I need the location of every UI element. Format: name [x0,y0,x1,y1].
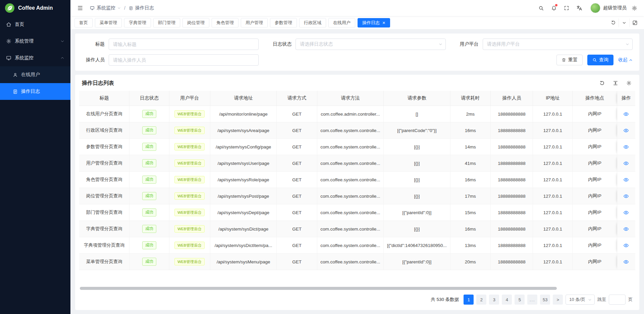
cell-params: [{}] [384,155,450,172]
cell-action [617,172,635,188]
page-button-2[interactable]: 2 [476,295,486,305]
cell-duration: 41ms [450,155,491,172]
menu-fold-icon[interactable] [75,3,85,13]
page-content: 标题 日志状态 请选择日志状态 用户平台 请选择用户平台 [70,29,644,314]
topbar-actions: 超级管理员 [536,3,639,13]
breadcrumb-parent[interactable]: 系统监控 [90,5,121,11]
tab-5[interactable]: 角色管理 [212,18,238,27]
eye-icon[interactable] [623,259,629,265]
status-tag: 成功 [142,126,156,134]
tab-10[interactable]: 操作日志× [358,18,390,27]
tab-close-icon[interactable]: × [382,20,385,25]
jump-suffix: 页 [628,297,633,303]
eye-icon[interactable] [623,128,629,133]
page-button-3[interactable]: 3 [489,295,499,305]
table-row: 菜单管理分页查询成功WEB管理后台/api/system/sysMenu/pag… [79,254,635,270]
reset-button[interactable]: 重置 [556,55,583,65]
eye-icon[interactable] [623,111,629,117]
avatar[interactable] [590,3,600,13]
search-button-label: 查询 [599,57,608,63]
breadcrumb-current: 操作日志 [129,5,154,11]
table-row: 用户管理分页查询成功WEB管理后台/api/system/sysUser/pag… [79,155,635,172]
cell-status: 成功 [129,204,169,221]
title-input[interactable] [109,39,259,50]
operator-input[interactable] [109,54,259,66]
page-button-1[interactable]: 1 [464,295,474,305]
eye-icon[interactable] [623,161,629,166]
tab-0[interactable]: 首页 [74,18,93,27]
cell-handler: com.coffee.system.controlle... [317,122,384,139]
page-ellipsis[interactable]: ... [527,295,537,305]
collapse-filter-button[interactable]: 收起 [618,57,633,63]
sidebar-item-online-users[interactable]: 在线用户 [0,66,70,83]
cell-location: 内网IP [573,188,617,204]
content-fullscreen-icon[interactable] [629,18,640,27]
tab-2[interactable]: 字典管理 [124,18,151,27]
horizontal-scrollbar-thumb[interactable] [80,287,557,290]
cell-duration: 16ms [450,172,491,188]
jump-page-input[interactable] [609,295,626,305]
monitor-icon [90,6,95,10]
refresh-icon[interactable] [598,79,606,87]
column-header: 操作人员 [491,91,533,106]
tab-4[interactable]: 岗位管理 [182,18,209,27]
search-icon[interactable] [536,3,546,13]
cell-method: GET [277,237,317,254]
eye-icon[interactable] [623,243,629,248]
filter-title-label: 标题 [82,41,109,47]
search-button[interactable]: 查询 [587,55,613,65]
tab-3[interactable]: 部门管理 [153,18,180,27]
sidebar-item-system-management[interactable]: 系统管理 [0,33,70,50]
cell-ip: 127.0.0.1 [533,172,573,188]
line-height-icon[interactable] [612,79,619,87]
sidebar-item-label: 首页 [15,21,24,27]
cell-title: 部门管理分页查询 [79,204,129,221]
page-button-4[interactable]: 4 [502,295,512,305]
cell-platform: WEB管理后台 [169,122,210,139]
eye-icon[interactable] [623,210,629,215]
cell-location: 内网IP [573,139,617,155]
status-tag: 成功 [142,192,156,200]
cell-duration: 2ms [450,106,491,122]
tab-8[interactable]: 行政区域 [299,18,326,27]
cell-action [617,204,635,221]
platform-tag: WEB管理后台 [174,143,205,151]
page-button-53[interactable]: 53 [540,295,550,305]
user-platform-select[interactable]: 请选择用户平台 [483,39,633,50]
username[interactable]: 超级管理员 [603,5,627,11]
tab-6[interactable]: 用户管理 [241,18,268,27]
sidebar-item-system-monitor[interactable]: 系统监控 [0,50,70,66]
sidebar-item-home[interactable]: 首页 [0,16,70,33]
eye-icon[interactable] [623,193,629,199]
cell-platform: WEB管理后台 [169,204,210,221]
platform-tag: WEB管理后台 [174,225,205,233]
page-button-5[interactable]: 5 [515,295,525,305]
cell-status: 成功 [129,237,169,254]
tab-1[interactable]: 菜单管理 [95,18,122,27]
cell-url: /api/system/sysDept/page [210,204,277,221]
eye-icon[interactable] [623,177,629,183]
tab-9[interactable]: 在线用户 [328,18,355,27]
translate-icon[interactable] [574,3,584,13]
bell-icon[interactable] [549,3,559,13]
gear-icon[interactable] [625,79,633,87]
cell-handler: com.coffee.system.controlle... [317,237,384,254]
cell-params: [{}] [384,172,450,188]
chevron-down-icon[interactable] [619,18,629,27]
eye-icon[interactable] [623,144,629,150]
tab-7[interactable]: 参数管理 [270,18,297,27]
refresh-icon[interactable] [608,18,619,27]
column-header: 请求地址 [210,91,277,106]
next-page-button[interactable]: > [553,295,563,305]
cell-location: 内网IP [573,204,617,221]
cell-status: 成功 [129,172,169,188]
sidebar-item-operation-log[interactable]: 操作日志 [0,83,70,100]
column-header: 请求参数 [384,91,450,106]
gear-icon [6,39,11,44]
fullscreen-icon[interactable] [561,3,572,13]
tab-label: 在线用户 [333,20,351,26]
page-size-select[interactable]: 10 条/页 [566,295,595,305]
eye-icon[interactable] [623,226,629,232]
log-status-select[interactable]: 请选择日志状态 [296,39,445,50]
gear-icon[interactable] [629,3,639,13]
